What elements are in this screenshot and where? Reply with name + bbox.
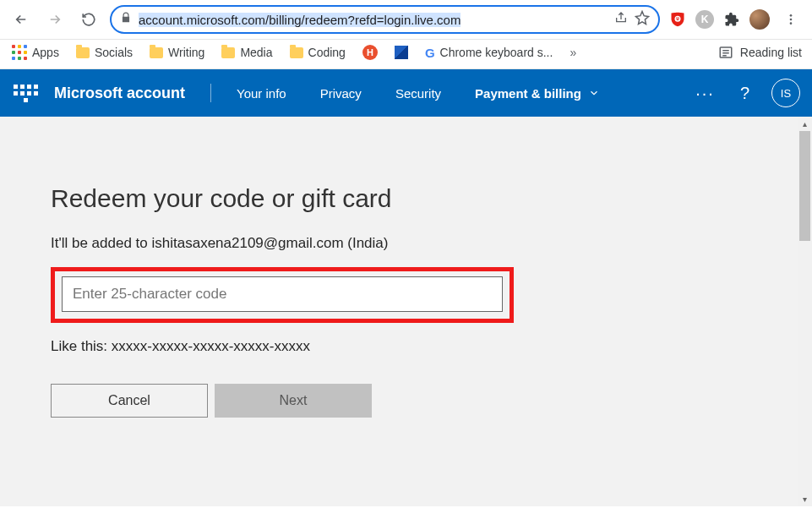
page-body: ▴ ▾ Redeem your code or gift card It'll … (0, 117, 812, 506)
forward-button[interactable] (42, 7, 68, 32)
nav-more-icon[interactable]: ··· (687, 84, 723, 103)
extensions-row: K (668, 7, 804, 32)
nav-privacy[interactable]: Privacy (307, 86, 375, 101)
svg-point-1 (790, 14, 793, 17)
action-buttons: Cancel Next (51, 384, 812, 418)
svg-point-0 (675, 16, 681, 22)
folder-icon (150, 47, 163, 58)
bookmark-coding[interactable]: Coding (290, 46, 346, 59)
chevron-down-icon (588, 87, 600, 99)
bookmark-media[interactable]: Media (221, 46, 272, 59)
apps-icon (12, 45, 27, 60)
bookmark-socials[interactable]: Socials (76, 46, 133, 59)
page-subtitle: It'll be added to ishitasaxena2109@gmail… (51, 235, 812, 252)
reading-list-button[interactable]: Reading list (718, 45, 802, 60)
browser-toolbar: account.microsoft.com/billing/redeem?ref… (0, 0, 812, 40)
scroll-down-icon[interactable]: ▾ (798, 492, 812, 506)
svg-point-2 (790, 19, 793, 21)
brand-title[interactable]: Microsoft account (54, 85, 185, 102)
help-icon[interactable]: ? (730, 84, 760, 103)
bookmark-item[interactable] (395, 46, 408, 59)
app-launcher-icon[interactable] (12, 79, 39, 107)
next-button[interactable]: Next (215, 384, 372, 418)
ublock-icon[interactable] (668, 10, 687, 29)
folder-icon (221, 47, 235, 58)
chrome-menu-icon[interactable] (778, 7, 804, 32)
page-title: Redeem your code or gift card (51, 184, 812, 213)
url-text: account.microsoft.com/billing/redeem?ref… (139, 13, 608, 27)
nav-payment-billing[interactable]: Payment & billing (461, 86, 613, 101)
reload-button[interactable] (76, 7, 101, 32)
bookmark-writing[interactable]: Writing (150, 46, 204, 59)
bookmarks-bar: Apps Socials Writing Media Coding H G Ch… (0, 40, 812, 69)
bookmark-item[interactable]: H (362, 45, 378, 60)
folder-icon (290, 47, 303, 58)
reading-list-icon (718, 45, 733, 60)
cancel-button[interactable]: Cancel (51, 384, 208, 418)
divider (210, 84, 211, 102)
scrollbar[interactable]: ▴ ▾ (798, 117, 812, 506)
ms-account-nav: Microsoft account Your info Privacy Secu… (0, 69, 812, 117)
apps-shortcut[interactable]: Apps (12, 45, 59, 60)
code-format-example: Like this: xxxxx-xxxxx-xxxxx-xxxxx-xxxxx (51, 338, 812, 355)
account-avatar[interactable]: IS (771, 79, 800, 107)
star-icon[interactable] (635, 10, 650, 29)
bookmark-chrome-keyboard[interactable]: G Chrome keyboard s... (425, 46, 553, 60)
share-icon[interactable] (614, 11, 628, 28)
code-input-highlight (51, 267, 514, 323)
nav-your-info[interactable]: Your info (223, 86, 300, 101)
site-icon (395, 46, 408, 59)
redeem-code-input[interactable] (62, 276, 503, 312)
address-bar[interactable]: account.microsoft.com/billing/redeem?ref… (110, 5, 660, 34)
back-button[interactable] (8, 7, 34, 32)
extension-k-icon[interactable]: K (695, 10, 714, 29)
google-icon: G (425, 46, 435, 60)
apps-label: Apps (32, 46, 59, 59)
nav-security[interactable]: Security (382, 86, 455, 101)
scroll-up-icon[interactable]: ▴ (798, 117, 812, 131)
bookmarks-overflow-icon[interactable]: » (569, 46, 576, 59)
profile-avatar[interactable] (749, 9, 770, 30)
site-icon: H (362, 45, 378, 60)
lock-icon (120, 12, 132, 27)
extensions-icon[interactable] (722, 10, 741, 29)
folder-icon (76, 47, 90, 58)
scrollbar-thumb[interactable] (799, 131, 810, 241)
svg-point-3 (790, 22, 793, 25)
